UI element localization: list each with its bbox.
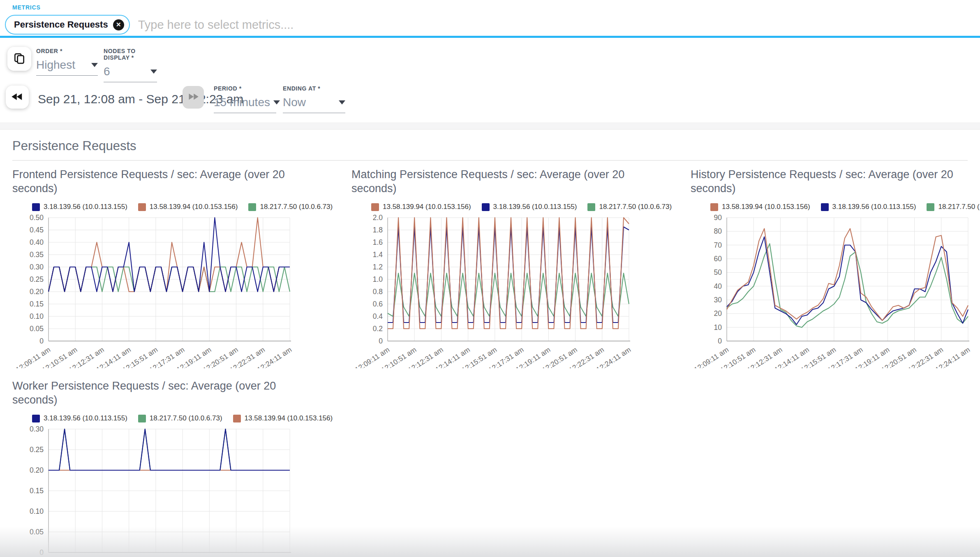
legend-item: 3.18.139.56 (10.0.113.155) bbox=[821, 203, 916, 211]
svg-text:0: 0 bbox=[39, 548, 44, 557]
chart-matching-persistence: Matching Persistence Requests / sec: Ave… bbox=[351, 167, 639, 368]
chart-title: Frontend Persistence Requests / sec: Ave… bbox=[12, 167, 300, 195]
fast-forward-button[interactable] bbox=[183, 86, 204, 109]
svg-text:40: 40 bbox=[714, 282, 722, 290]
svg-text:80: 80 bbox=[714, 227, 722, 235]
svg-text:0: 0 bbox=[39, 337, 44, 345]
legend-swatch bbox=[32, 415, 40, 422]
svg-text:20: 20 bbox=[714, 309, 722, 318]
svg-text:0.25: 0.25 bbox=[30, 275, 44, 283]
legend-swatch bbox=[482, 203, 490, 211]
chevron-down-icon bbox=[273, 100, 280, 104]
legend-item: 13.58.139.94 (10.0.153.156) bbox=[138, 203, 238, 211]
metrics-underline bbox=[0, 36, 980, 38]
metric-chip[interactable]: Persistence Requests ✕ bbox=[5, 15, 130, 35]
svg-text:0.8: 0.8 bbox=[373, 288, 383, 296]
metric-chip-label: Persistence Requests bbox=[14, 19, 108, 30]
chart-legend: 3.18.139.56 (10.0.113.155) 13.58.139.94 … bbox=[32, 203, 300, 211]
svg-text:0.45: 0.45 bbox=[30, 226, 44, 234]
legend-label: 18.217.7.50 (10.0.6.73) bbox=[260, 203, 333, 211]
fast-forward-icon bbox=[187, 92, 199, 103]
legend-swatch bbox=[821, 203, 829, 211]
rewind-button[interactable] bbox=[6, 86, 29, 109]
nodes-select[interactable]: NODES TO DISPLAY * 6 bbox=[104, 48, 157, 82]
chart-legend: 3.18.139.56 (10.0.113.155) 18.217.7.50 (… bbox=[32, 414, 300, 422]
section-heading-wrap: Persistence Requests bbox=[12, 139, 968, 161]
chart-plot: 0.500.450.400.350.300.250.200.150.100.05… bbox=[12, 213, 300, 368]
legend-swatch bbox=[233, 415, 241, 422]
chart-legend: 13.58.139.94 (10.0.153.156) 3.18.139.56 … bbox=[371, 203, 639, 211]
svg-text:0.35: 0.35 bbox=[30, 251, 44, 259]
svg-text:1.2: 1.2 bbox=[373, 263, 383, 271]
chart-title-line: Worker Persistence Requests / sec: Avera… bbox=[12, 379, 300, 393]
svg-text:0: 0 bbox=[718, 337, 722, 345]
charts-grid: Frontend Persistence Requests / sec: Ave… bbox=[12, 167, 968, 557]
chart-plot: 908070605040302010012:09:11 am12:10:51 a… bbox=[691, 213, 978, 368]
nodes-value: 6 bbox=[104, 65, 110, 78]
rewind-icon bbox=[11, 91, 23, 103]
legend-swatch bbox=[710, 203, 718, 211]
svg-text:0.20: 0.20 bbox=[30, 288, 44, 296]
period-select[interactable]: PERIOD * 15 minutes bbox=[214, 85, 276, 113]
svg-text:0.50: 0.50 bbox=[30, 214, 44, 222]
legend-label: 13.58.139.94 (10.0.153.156) bbox=[722, 203, 810, 211]
legend-label: 18.217.7.50 (10.0.6.73) bbox=[150, 414, 222, 422]
legend-swatch bbox=[927, 203, 934, 211]
svg-text:0.10: 0.10 bbox=[30, 312, 44, 320]
section-divider-band bbox=[0, 123, 980, 130]
chevron-down-icon bbox=[150, 70, 157, 74]
svg-text:50: 50 bbox=[714, 268, 722, 276]
copy-button[interactable] bbox=[7, 47, 31, 71]
time-range-text: Sep 21, 12:08 am - Sep 21, 12:23 am bbox=[38, 92, 243, 106]
svg-text:2.0: 2.0 bbox=[373, 214, 383, 222]
chevron-down-icon bbox=[339, 100, 345, 104]
chart-legend: 13.58.139.94 (10.0.153.156) 3.18.139.56 … bbox=[710, 203, 978, 211]
order-select[interactable]: ORDER * Highest bbox=[36, 48, 98, 76]
legend-item: 3.18.139.56 (10.0.113.155) bbox=[482, 203, 577, 211]
svg-text:1.6: 1.6 bbox=[373, 238, 383, 246]
chart-title-line: seconds) bbox=[351, 181, 639, 195]
period-label: PERIOD * bbox=[214, 85, 276, 92]
svg-text:0.20: 0.20 bbox=[30, 466, 44, 474]
legend-item: 13.58.139.94 (10.0.153.156) bbox=[371, 203, 471, 211]
svg-text:1.4: 1.4 bbox=[373, 251, 383, 259]
chart-frontend-persistence: Frontend Persistence Requests / sec: Ave… bbox=[12, 167, 300, 368]
svg-text:60: 60 bbox=[714, 255, 722, 263]
chart-title: Matching Persistence Requests / sec: Ave… bbox=[351, 167, 639, 195]
svg-text:0.6: 0.6 bbox=[373, 300, 383, 308]
legend-label: 13.58.139.94 (10.0.153.156) bbox=[150, 203, 238, 211]
chart-title-line: seconds) bbox=[691, 181, 978, 195]
order-label: ORDER * bbox=[36, 48, 98, 54]
legend-swatch bbox=[248, 203, 256, 211]
legend-swatch bbox=[32, 203, 40, 211]
legend-item: 13.58.139.94 (10.0.153.156) bbox=[233, 414, 333, 422]
svg-text:0.40: 0.40 bbox=[30, 238, 44, 246]
legend-swatch bbox=[138, 203, 146, 211]
svg-text:0.30: 0.30 bbox=[30, 425, 44, 433]
chart-title-line: seconds) bbox=[12, 393, 300, 407]
legend-label: 18.217.7.50 (10.0.6.73) bbox=[599, 203, 672, 211]
chart-plot: 2.01.81.61.41.21.00.80.60.40.2012:09:11 … bbox=[351, 213, 639, 368]
order-value: Highest bbox=[36, 58, 75, 72]
svg-text:0.10: 0.10 bbox=[30, 507, 44, 515]
legend-item: 18.217.7.50 (10.0.6.73) bbox=[248, 203, 333, 211]
legend-label: 3.18.139.56 (10.0.113.155) bbox=[44, 414, 127, 422]
legend-label: 3.18.139.56 (10.0.113.155) bbox=[44, 203, 127, 211]
svg-text:0.15: 0.15 bbox=[30, 300, 44, 308]
svg-text:0.4: 0.4 bbox=[373, 312, 383, 320]
nodes-label: NODES TO DISPLAY * bbox=[104, 48, 157, 61]
charts-panel: Persistence Requests Frontend Persistenc… bbox=[0, 130, 980, 557]
ending-at-label: ENDING AT * bbox=[283, 85, 345, 92]
section-heading: Persistence Requests bbox=[12, 139, 968, 153]
ending-at-value: Now bbox=[283, 96, 306, 109]
legend-item: 13.58.139.94 (10.0.153.156) bbox=[710, 203, 810, 211]
metrics-search-input[interactable] bbox=[138, 18, 508, 32]
ending-at-select[interactable]: ENDING AT * Now bbox=[283, 85, 345, 113]
legend-swatch bbox=[371, 203, 379, 211]
legend-item: 3.18.139.56 (10.0.113.155) bbox=[32, 414, 127, 422]
chart-plot: 0.300.250.200.150.100.05012:09:11 am12:1… bbox=[12, 424, 300, 557]
svg-text:0.25: 0.25 bbox=[30, 446, 44, 454]
metrics-label: METRICS bbox=[12, 4, 41, 11]
chip-close-icon[interactable]: ✕ bbox=[113, 19, 124, 30]
svg-text:0.05: 0.05 bbox=[30, 325, 44, 333]
